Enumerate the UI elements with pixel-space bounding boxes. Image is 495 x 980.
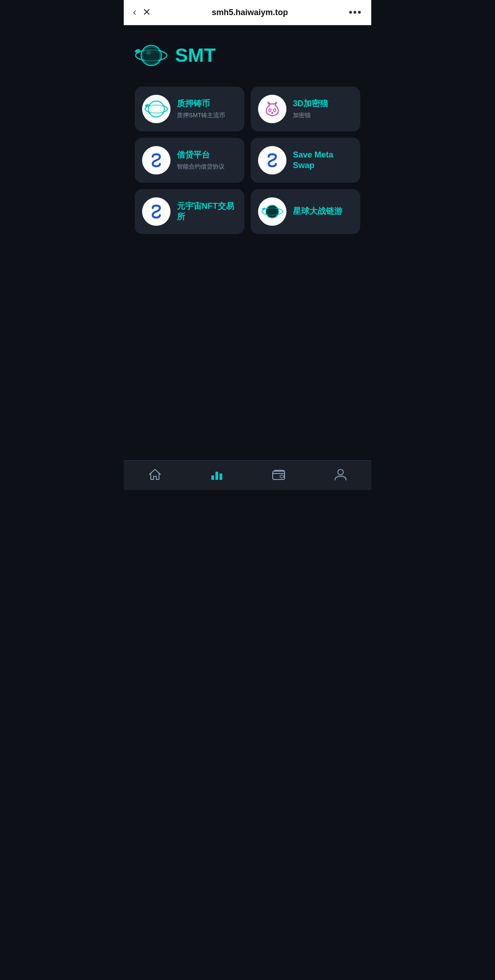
card-title-save-meta-swap: Save Meta Swap <box>293 150 353 171</box>
card-icon-lending <box>142 146 170 174</box>
nav-chart[interactable] <box>186 467 248 482</box>
card-icon-3d-cat <box>258 95 286 123</box>
card-text-3d-cat: 3D加密猫 加密猫 <box>293 98 328 120</box>
url-bar[interactable]: smh5.haiwaiym.top <box>158 8 341 17</box>
svg-point-7 <box>146 50 151 55</box>
card-lending[interactable]: 借贷平台 智能合约借贷协议 <box>135 138 244 183</box>
card-star-wars[interactable]: 星球大战链游 <box>251 189 360 234</box>
card-icon-save-meta-swap <box>258 146 286 174</box>
card-save-meta-swap[interactable]: Save Meta Swap <box>251 138 360 183</box>
main-content: SMT 质押铸币 质押SMT铸主流币 <box>124 25 371 460</box>
svg-rect-32 <box>280 475 284 478</box>
svg-point-14 <box>261 98 284 120</box>
more-button[interactable]: ••• <box>349 6 362 18</box>
card-text-lending: 借贷平台 智能合约借贷协议 <box>177 150 225 171</box>
svg-rect-30 <box>220 474 222 480</box>
card-text-star-wars: 星球大战链游 <box>293 206 342 217</box>
cards-grid: 质押铸币 质押SMT铸主流币 <box>135 87 360 234</box>
nav-wallet[interactable] <box>248 467 309 482</box>
card-icon-nft-exchange <box>142 197 170 226</box>
card-icon-star-wars <box>258 197 286 226</box>
card-title-star-wars: 星球大战链游 <box>293 206 342 217</box>
svg-rect-29 <box>215 472 218 480</box>
card-title-3d-cat: 3D加密猫 <box>293 98 328 109</box>
close-button[interactable]: ✕ <box>143 6 151 18</box>
browser-bar: ‹ ✕ smh5.haiwaiym.top ••• <box>124 0 371 25</box>
card-text-nft-exchange: 元宇宙NFT交易所 <box>177 201 237 223</box>
card-subtitle-3d-cat: 加密猫 <box>293 111 328 120</box>
svg-point-33 <box>338 469 343 475</box>
bottom-nav <box>124 460 371 490</box>
card-text-pledge-mint: 质押铸币 质押SMT铸主流币 <box>177 98 225 120</box>
svg-point-27 <box>267 207 278 217</box>
logo-icon <box>135 39 168 72</box>
card-nft-exchange[interactable]: 元宇宙NFT交易所 <box>135 189 244 234</box>
card-title-lending: 借贷平台 <box>177 150 225 160</box>
card-text-save-meta-swap: Save Meta Swap <box>293 150 353 171</box>
svg-rect-28 <box>211 475 214 480</box>
card-icon-pledge-mint <box>142 95 170 123</box>
nav-profile[interactable] <box>309 467 371 482</box>
browser-nav: ‹ ✕ <box>133 6 151 18</box>
svg-point-13 <box>149 102 163 116</box>
card-title-nft-exchange: 元宇宙NFT交易所 <box>177 201 237 223</box>
header: SMT <box>135 39 360 72</box>
card-subtitle-lending: 智能合约借贷协议 <box>177 163 225 171</box>
card-3d-cat[interactable]: 3D加密猫 加密猫 <box>251 87 360 131</box>
card-pledge-mint[interactable]: 质押铸币 质押SMT铸主流币 <box>135 87 244 131</box>
card-subtitle-pledge-mint: 质押SMT铸主流币 <box>177 111 225 120</box>
page-title: SMT <box>175 44 216 66</box>
back-button[interactable]: ‹ <box>133 6 136 18</box>
nav-home[interactable] <box>124 467 186 482</box>
card-title-pledge-mint: 质押铸币 <box>177 98 225 109</box>
